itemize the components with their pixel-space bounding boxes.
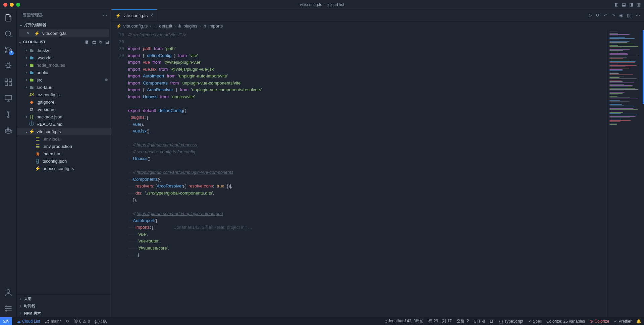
file-row[interactable]: 🗎.versionrc xyxy=(17,106,111,113)
ts-file-icon: ⚡ xyxy=(34,31,40,36)
docker-icon[interactable] xyxy=(4,126,13,135)
code-area[interactable]: 10 20 29 30 /// <reference types="vitest… xyxy=(111,30,644,317)
folder-icon: 🖿 xyxy=(29,70,34,75)
close-window[interactable] xyxy=(3,3,7,7)
status-eol[interactable]: LF xyxy=(490,319,494,324)
svg-point-10 xyxy=(7,116,9,117)
svg-point-17 xyxy=(5,308,6,309)
activity-bar: 2 xyxy=(0,9,17,317)
open-editor-item[interactable]: × ⚡ vite.config.ts xyxy=(19,29,109,37)
run-icon[interactable]: ▷ xyxy=(589,13,592,18)
run-debug-icon[interactable]: ⟳ xyxy=(596,13,600,18)
status-bracket[interactable]: {..} : 80 xyxy=(95,319,107,324)
collapsed-panel[interactable]: ›NPM 脚本 xyxy=(17,310,111,317)
status-spell[interactable]: ✓ Spell xyxy=(528,319,542,324)
extensions-icon[interactable] xyxy=(4,78,13,87)
debug-icon[interactable] xyxy=(4,62,13,70)
folder-row[interactable]: ›🖿public xyxy=(17,69,111,76)
file-row[interactable]: ⓘREADME.md xyxy=(17,120,111,128)
svg-rect-13 xyxy=(9,130,10,131)
status-bell-icon[interactable]: 🔔 xyxy=(636,319,641,324)
sidebar-title: 资源管理器 xyxy=(23,12,43,18)
toggle-panel-right-icon[interactable]: ◨ xyxy=(629,2,633,7)
status-cloud[interactable]: ☁ Cloud List xyxy=(17,319,40,324)
close-editor-icon[interactable]: × xyxy=(27,31,32,36)
search-icon[interactable] xyxy=(4,30,13,38)
svg-point-0 xyxy=(5,31,10,36)
explorer-icon[interactable] xyxy=(4,13,13,22)
status-position[interactable]: 行 29，列 17 xyxy=(428,318,451,324)
svg-rect-6 xyxy=(5,83,8,86)
toggle-panel-left-icon[interactable]: ◧ xyxy=(614,2,619,7)
go-forward-icon[interactable]: ↷ xyxy=(611,13,615,18)
minimap[interactable] xyxy=(607,30,644,317)
status-sync[interactable]: ↻ xyxy=(66,319,69,324)
toggle-panel-bottom-icon[interactable]: ⬓ xyxy=(622,2,626,7)
breadcrumb[interactable]: ⚡ vite.config.ts› ⬚default› ⋔plugins› ⋔i… xyxy=(111,21,644,30)
file-row[interactable]: ☰.env.production xyxy=(17,143,111,150)
file-row[interactable]: ⚡unocss.config.ts xyxy=(17,165,111,172)
status-colorize[interactable]: ⊘ Colorize xyxy=(590,319,609,324)
collapsed-panel[interactable]: ›时间线 xyxy=(17,302,111,310)
new-folder-icon[interactable]: 🗀 xyxy=(92,40,96,45)
folder-row[interactable]: ›🖿src xyxy=(17,76,111,84)
file-row[interactable]: ›{}package.json xyxy=(17,113,111,120)
tab-vite-config[interactable]: ⚡ vite.config.ts × xyxy=(111,9,157,21)
item-label: node_modules xyxy=(37,63,65,68)
settings-icon[interactable] xyxy=(4,304,13,313)
file-row[interactable]: ☰.env.local xyxy=(17,135,111,143)
file-row[interactable]: ⌄⚡vite.config.ts xyxy=(17,128,111,135)
folder-row[interactable]: ›🖿src-tauri xyxy=(17,84,111,91)
file-row[interactable]: {}tsconfig.json xyxy=(17,157,111,165)
new-file-icon[interactable]: 🗎 xyxy=(85,40,89,45)
maximize-window[interactable] xyxy=(16,3,20,7)
status-encoding[interactable]: UTF-8 xyxy=(474,319,485,324)
file-row[interactable]: JS.cz-config.js xyxy=(17,91,111,98)
status-branch[interactable]: ⎇ main* xyxy=(45,319,61,324)
modified-dot xyxy=(105,78,108,81)
open-editors-header[interactable]: ⌄打开的编辑器 xyxy=(17,21,111,29)
remote-button[interactable]: ⇲⇱ xyxy=(0,317,12,325)
item-label: src-tauri xyxy=(37,85,52,90)
status-colorize-vars[interactable]: Colorize: 25 variables xyxy=(546,319,585,324)
more-actions-icon[interactable]: ⋯ xyxy=(636,13,640,18)
account-icon[interactable] xyxy=(4,288,13,297)
scrollbar-indicator[interactable] xyxy=(643,30,644,104)
status-blame[interactable]: ⟟ Jonathan143, 3周前 xyxy=(385,318,424,324)
window-controls xyxy=(0,3,20,7)
file-icon: ⓘ xyxy=(29,121,34,127)
item-label: src xyxy=(37,77,42,83)
close-tab-icon[interactable]: × xyxy=(150,13,153,18)
collapse-icon[interactable]: ⊟ xyxy=(105,40,109,45)
compare-icon[interactable]: ◉ xyxy=(619,13,623,18)
svg-point-9 xyxy=(7,111,9,112)
status-problems[interactable]: ⓧ 0 ⚠ 0 xyxy=(74,318,90,324)
status-prettier[interactable]: ✓ Prettier xyxy=(614,319,632,324)
split-editor-icon[interactable]: ▯▯ xyxy=(627,13,632,18)
folder-row[interactable]: ›🖿.husky xyxy=(17,47,111,54)
git-graph-icon[interactable] xyxy=(4,110,13,119)
window-title: vite.config.ts — cloud-list xyxy=(300,2,344,7)
folder-row[interactable]: ›🖿.vscode xyxy=(17,54,111,61)
customize-layout-icon[interactable]: ▥ xyxy=(637,2,641,7)
svg-rect-7 xyxy=(9,83,12,86)
remote-explorer-icon[interactable] xyxy=(4,94,13,103)
folder-row[interactable]: ›🖿node_modules xyxy=(17,61,111,69)
refresh-icon[interactable]: ↻ xyxy=(99,40,103,45)
item-label: .env.production xyxy=(43,144,72,149)
status-language[interactable]: { } TypeScript xyxy=(499,319,523,324)
code-content[interactable]: /// <reference types="vitest" /> import … xyxy=(128,30,607,317)
svg-rect-5 xyxy=(9,79,12,82)
minimize-window[interactable] xyxy=(10,3,14,7)
collapsed-panel[interactable]: ›大纲 xyxy=(17,295,111,302)
item-label: .gitignore xyxy=(37,100,54,105)
layout-controls: ◧ ⬓ ◨ ▥ xyxy=(614,2,641,7)
project-header[interactable]: ⌄CLOUD-LIST 🗎 🗀 ↻ ⊟ xyxy=(17,38,111,46)
status-spaces[interactable]: 空格: 2 xyxy=(457,318,469,324)
file-row[interactable]: ◆.gitignore xyxy=(17,98,111,106)
go-back-icon[interactable]: ↶ xyxy=(604,13,607,18)
file-row[interactable]: ◉index.html xyxy=(17,150,111,157)
folder-icon: 🖿 xyxy=(29,48,34,53)
source-control-icon[interactable]: 2 xyxy=(4,46,13,54)
sidebar-more-icon[interactable]: ⋯ xyxy=(103,13,107,18)
